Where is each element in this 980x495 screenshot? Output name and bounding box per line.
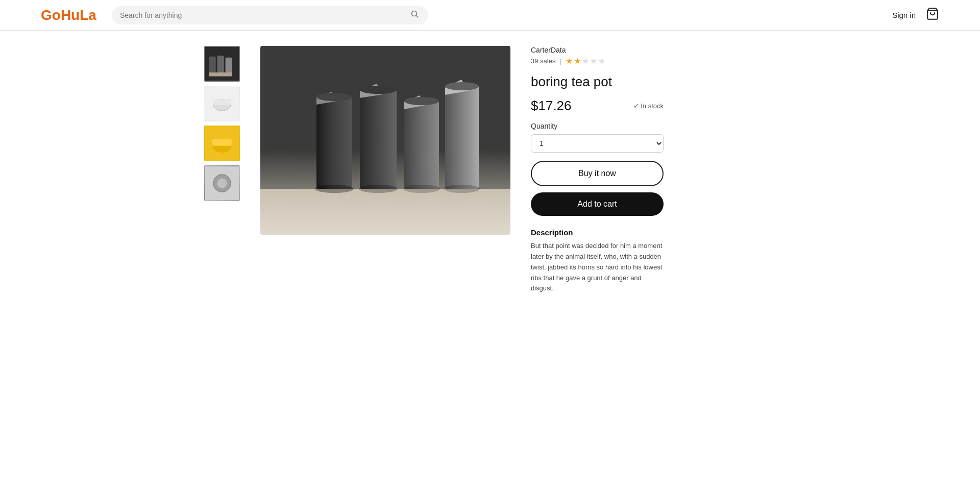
svg-rect-7: [209, 72, 232, 77]
star-1: ★: [566, 56, 573, 66]
seller-info: 39 sales | ★ ★ ★ ★ ★: [531, 56, 664, 66]
search-bar: [112, 6, 428, 24]
header: GoHuLa Sign in: [0, 0, 980, 31]
svg-line-1: [416, 15, 418, 17]
product-details: CarterData 39 sales | ★ ★ ★ ★ ★ boring t…: [531, 46, 664, 294]
svg-point-26: [359, 185, 398, 193]
cart-icon[interactable]: [926, 7, 939, 23]
product-price: $17.26: [531, 98, 572, 114]
cart-svg: [926, 7, 939, 20]
svg-point-22: [315, 185, 354, 193]
search-icon: [411, 10, 419, 18]
thumb3-image: [205, 126, 239, 161]
star-5: ★: [598, 56, 605, 66]
price-row: $17.26 ✓ In stock: [531, 98, 664, 114]
quantity-select[interactable]: 1 2 3 4 5: [531, 134, 664, 153]
header-right: Sign in: [892, 7, 939, 23]
description-title: Description: [531, 228, 664, 237]
search-input[interactable]: [120, 11, 410, 19]
svg-rect-10: [213, 100, 231, 105]
divider: |: [559, 57, 561, 65]
main-image-container: [260, 46, 510, 294]
svg-point-34: [444, 185, 480, 193]
svg-point-33: [445, 82, 479, 90]
thumbnail-4[interactable]: [204, 165, 240, 201]
svg-point-29: [404, 97, 439, 105]
svg-rect-6: [226, 58, 232, 73]
svg-rect-4: [209, 57, 216, 73]
search-button[interactable]: [410, 10, 420, 20]
svg-rect-27: [404, 101, 439, 189]
svg-rect-5: [217, 56, 224, 73]
description-text: But that point was decided for him a mom…: [531, 241, 664, 294]
sign-in-button[interactable]: Sign in: [892, 11, 916, 19]
svg-rect-13: [212, 139, 232, 146]
sales-count: 39 sales: [531, 57, 555, 65]
star-rating: ★ ★ ★ ★ ★: [566, 56, 605, 66]
svg-rect-23: [360, 89, 397, 189]
svg-point-16: [217, 179, 227, 188]
svg-point-25: [360, 86, 397, 94]
add-to-cart-button[interactable]: Add to cart: [531, 192, 664, 216]
star-2: ★: [574, 56, 581, 66]
main-image: [260, 46, 510, 235]
svg-point-30: [403, 185, 440, 193]
main-content: CarterData 39 sales | ★ ★ ★ ★ ★ boring t…: [163, 31, 817, 309]
svg-rect-31: [445, 86, 479, 189]
thumb4-image: [205, 165, 239, 201]
svg-rect-18: [260, 189, 510, 235]
product-title: boring tea pot: [531, 74, 664, 90]
quantity-label: Quantity: [531, 122, 664, 130]
thumbnail-2[interactable]: [204, 86, 240, 121]
thumbnail-list: [204, 46, 240, 294]
product-image-svg: [260, 46, 510, 235]
logo[interactable]: GoHuLa: [41, 7, 96, 23]
seller-name[interactable]: CarterData: [531, 46, 664, 54]
star-4: ★: [590, 56, 597, 66]
buy-now-button[interactable]: Buy it now: [531, 161, 664, 186]
svg-point-21: [316, 93, 352, 101]
thumbnail-3[interactable]: [204, 126, 240, 161]
svg-rect-19: [316, 97, 352, 189]
thumbnail-1[interactable]: [204, 46, 240, 82]
star-3: ★: [582, 56, 589, 66]
in-stock-label: ✓ In stock: [633, 102, 664, 110]
thumb1-image: [205, 46, 239, 82]
thumb2-image: [205, 86, 239, 121]
